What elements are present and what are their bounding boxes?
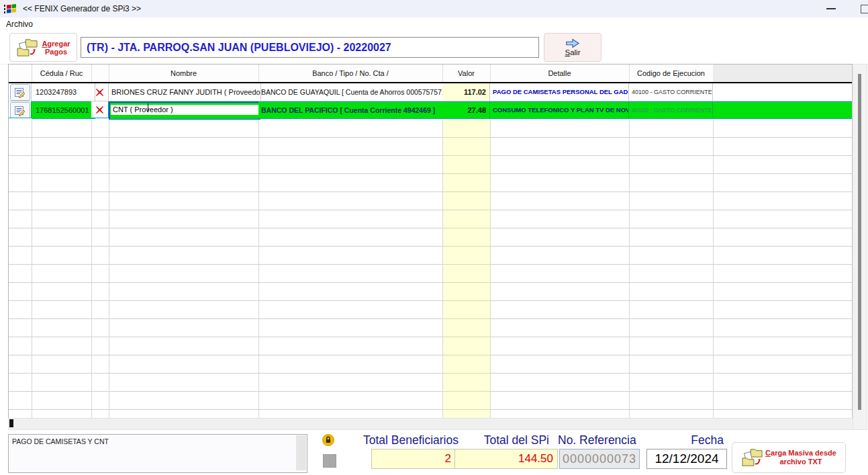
- cell-cedula[interactable]: 1768152560001: [32, 101, 95, 119]
- add-payments-folder-icon: [16, 38, 39, 58]
- total-beneficiarios-field: 2: [371, 449, 456, 469]
- delete-x-icon: [95, 105, 104, 114]
- valor-column-band: [442, 120, 490, 419]
- title-bar: << FENIX Generador de SPi3 >>: [0, 0, 868, 17]
- header-cedula-ruc[interactable]: Cédula / Ruc: [32, 64, 92, 82]
- vertical-scrollbar[interactable]: [853, 64, 867, 430]
- edit-row-button[interactable]: [10, 84, 30, 101]
- menu-bar: Archivo: [0, 17, 868, 30]
- carga-masiva-button[interactable]: Carga Masiva desde archivo TXT: [732, 442, 846, 473]
- vertical-scrollbar-thumb[interactable]: [858, 74, 861, 410]
- cell-banco[interactable]: BANCO DEL PACIFICO [ Cuenta Corriente 49…: [258, 101, 445, 119]
- toolbar: Agregar Pagos (TR) - JTA. PARROQ.SAN JUA…: [0, 30, 868, 64]
- carga-label-line1: Carga Masiva desde: [765, 449, 836, 458]
- menu-archivo[interactable]: Archivo: [0, 18, 39, 30]
- agregar-label-line2: Pagos: [42, 48, 70, 56]
- table-row[interactable]: 1203247893 BRIONES CRUZ FANNY JUDITH ( P…: [9, 83, 852, 101]
- cell-detalle[interactable]: CONSUMO TELEFONICO Y PLAN TV DE NOVIEMBR…: [490, 101, 629, 119]
- cell-valor[interactable]: 27.48: [442, 101, 490, 119]
- textarea-scrollbar[interactable]: [296, 435, 306, 470]
- window-title: << FENIX Generador de SPi3 >>: [23, 4, 141, 13]
- total-beneficiarios-label: Total Beneficiarios: [329, 433, 459, 448]
- cell-valor[interactable]: 117.02: [442, 83, 490, 101]
- header-codigo-ejecucion[interactable]: Codigo de Ejecucion: [629, 64, 714, 82]
- salir-button[interactable]: Salir: [544, 33, 601, 62]
- descripcion-textarea[interactable]: PAGO DE CAMISETAS Y CNT: [8, 434, 307, 473]
- agregar-pagos-button[interactable]: Agregar Pagos: [9, 33, 77, 62]
- header-banco[interactable]: Banco / Tipo / No. Cta /: [258, 64, 443, 82]
- header-detalle[interactable]: Detalle: [490, 64, 630, 82]
- fecha-label: Fecha: [638, 433, 724, 448]
- edit-form-icon: [14, 87, 26, 98]
- nombre-edit-input[interactable]: CNT ( Proveedor ): [111, 105, 258, 115]
- cell-detalle[interactable]: PAGO DE CAMISETAS PERSONAL DEL GAD: [490, 83, 629, 101]
- cell-codigo-ejecucion[interactable]: 40100 - GASTO CORRIENTE: [629, 101, 713, 119]
- cell-cedula[interactable]: 1203247893: [32, 83, 95, 101]
- delete-row-button[interactable]: [91, 83, 108, 101]
- no-referencia-field: 0000000073: [559, 449, 640, 469]
- grid-empty-rows: [9, 120, 852, 419]
- delete-x-icon: [95, 88, 104, 97]
- descripcion-text: PAGO DE CAMISETAS Y CNT: [12, 437, 109, 445]
- load-file-folder-icon: [741, 447, 764, 468]
- fecha-field[interactable]: 12/12/2024: [646, 449, 727, 469]
- exit-arrow-icon: [565, 38, 580, 48]
- table-row-selected[interactable]: 1768152560001 CNT ( Proveedor ) BANCO DE…: [9, 101, 852, 120]
- cell-nombre[interactable]: BRIONES CRUZ FANNY JUDITH ( Proveedor ): [109, 83, 261, 101]
- carga-label-line2: archivo TXT: [765, 458, 836, 466]
- cell-codigo-ejecucion[interactable]: 40100 - GASTO CORRIENTE: [629, 83, 713, 101]
- restore-button[interactable]: [861, 5, 868, 13]
- salir-label: Salir: [565, 48, 580, 57]
- cell-extra: [713, 83, 852, 101]
- app-window-icon: [4, 3, 17, 15]
- edit-row-button[interactable]: [10, 102, 30, 118]
- spi-title-field[interactable]: (TR) - JTA. PARROQ.SAN JUAN (PUEBLOVIEJO…: [81, 37, 539, 58]
- cell-banco[interactable]: BANCO DE GUAYAQUIL [ Cuenta de Ahorros 0…: [258, 83, 445, 101]
- header-extra-col: [713, 64, 852, 82]
- grid-header-row: Cédula / Ruc Nombre Banco / Tipo / No. C…: [9, 64, 852, 83]
- delete-row-button[interactable]: [91, 101, 108, 118]
- total-spi-field: 144.50: [454, 449, 558, 469]
- payments-grid: Cédula / Ruc Nombre Banco / Tipo / No. C…: [8, 64, 853, 419]
- total-spi-label: Total del SPi: [443, 433, 549, 448]
- header-icon-col: [9, 64, 32, 82]
- edit-form-icon: [14, 105, 26, 116]
- cell-extra: [713, 101, 852, 119]
- status-square[interactable]: [323, 454, 336, 468]
- horizontal-scrollbar-thumb[interactable]: [9, 419, 13, 427]
- minimize-button[interactable]: [826, 8, 836, 9]
- agregar-label-line1: Agregar: [42, 40, 70, 48]
- cell-nombre-editing[interactable]: CNT ( Proveedor ): [109, 101, 260, 120]
- header-delete-col: [91, 64, 109, 82]
- header-nombre[interactable]: Nombre: [109, 64, 259, 82]
- horizontal-scrollbar[interactable]: [8, 418, 853, 430]
- header-valor[interactable]: Valor: [442, 64, 491, 82]
- text-caret: [148, 103, 148, 112]
